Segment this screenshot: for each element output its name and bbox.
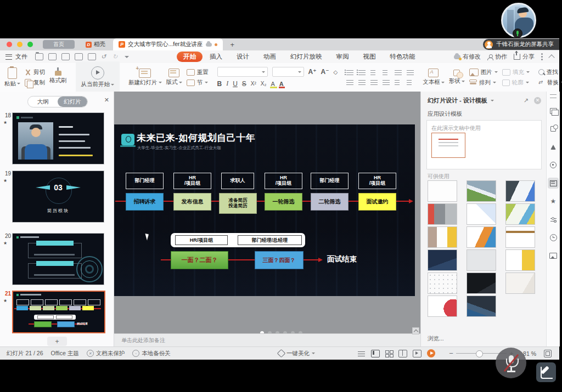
ribbon-tab-animation[interactable]: 动画 — [256, 52, 283, 62]
justify-icon[interactable] — [383, 79, 390, 86]
template-thumbnail[interactable] — [467, 226, 496, 248]
rail-design-template-icon[interactable] — [548, 178, 559, 189]
theme-name[interactable]: Office 主题 — [51, 350, 79, 357]
rail-resource-icon[interactable] — [548, 141, 559, 152]
edit-mode-floating-button[interactable] — [536, 362, 556, 382]
rail-export-image-icon[interactable] — [548, 250, 559, 261]
tab-document-active[interactable]: P 交大城市学院心...fer就业讲座 — [113, 38, 223, 50]
paragraph-spacing-icon[interactable] — [407, 70, 414, 76]
rail-settings-sliders-icon[interactable] — [548, 214, 559, 225]
fit-slide-button[interactable] — [544, 350, 552, 357]
ribbon-tab-special[interactable]: 特色功能 — [383, 52, 423, 62]
layout-button[interactable]: 版式 — [166, 63, 182, 92]
slide-subtitle[interactable]: 大学生-毕业生-实习生-企业正式员工-行业大咖 — [137, 145, 221, 151]
print-icon[interactable] — [75, 53, 83, 60]
line-spacing-icon[interactable] — [395, 70, 402, 76]
used-template-thumbnail[interactable] — [431, 133, 465, 158]
arrange-button[interactable]: 排列 — [469, 79, 498, 87]
rail-shapes-panel-icon[interactable] — [548, 123, 559, 134]
panel-expand-icon[interactable]: ↗ — [524, 97, 529, 104]
normal-view-icon[interactable] — [371, 350, 380, 357]
rail-effects-icon[interactable]: ★ — [548, 196, 559, 207]
template-thumbnail[interactable] — [467, 296, 496, 317]
cut-button[interactable]: 剪切 — [25, 69, 45, 76]
flow-step-box[interactable]: 面试邀约 — [358, 193, 396, 211]
format-painter-button[interactable]: 格式刷 — [49, 63, 67, 92]
print-preview-icon[interactable] — [88, 53, 96, 60]
picture-button[interactable]: 图片 — [469, 69, 498, 76]
flow-interview-1-2-box[interactable]: 一面？二面？ — [171, 251, 228, 269]
panel-close-icon[interactable]: ✕ — [534, 97, 541, 104]
redo-icon[interactable]: ↻ — [113, 54, 119, 60]
highlight-color-button[interactable]: A — [271, 81, 274, 87]
flow-role-box[interactable]: HR /项目组 — [173, 173, 211, 189]
tab-home[interactable]: 首页 — [43, 40, 75, 49]
notes-view-icon[interactable] — [358, 350, 366, 357]
flow-step-box[interactable]: 一轮筛选 — [265, 193, 302, 211]
outline-button[interactable]: 轮廓 — [502, 79, 530, 87]
collaborate-button[interactable]: 协作 — [487, 53, 507, 61]
font-size-select[interactable] — [272, 67, 304, 77]
flow-role-box[interactable]: HR /项目组 — [358, 173, 396, 189]
collapse-ribbon-icon[interactable] — [548, 54, 554, 60]
align-left-icon[interactable] — [346, 79, 353, 86]
paste-button[interactable]: 粘贴 — [4, 63, 20, 92]
decrease-font-button[interactable]: A⁻ — [321, 68, 329, 76]
close-window-button[interactable] — [7, 42, 12, 47]
ribbon-tab-home[interactable]: 开始 — [177, 52, 203, 62]
backup-status[interactable]: ◦本地备份关 — [132, 350, 171, 357]
flow-end-label[interactable]: 面试结束 — [327, 254, 357, 264]
add-slide-button[interactable]: + — [47, 337, 67, 346]
flow-role-box[interactable]: 求职人 — [221, 173, 254, 189]
slide-title[interactable]: 未来已来-如何规划自己十年 — [137, 132, 255, 144]
template-thumbnail[interactable] — [428, 249, 457, 271]
textbox-button[interactable]: 文本框 — [423, 63, 445, 92]
template-thumbnail[interactable] — [467, 180, 496, 202]
flow-role-box[interactable]: 部门经理 — [126, 173, 164, 189]
template-thumbnail[interactable] — [505, 180, 535, 202]
zoom-window-button[interactable] — [27, 42, 33, 47]
rail-history-icon[interactable] — [548, 232, 559, 243]
align-right-icon[interactable] — [370, 79, 378, 86]
template-thumbnail[interactable] — [505, 249, 535, 271]
more-options-icon[interactable] — [541, 53, 543, 60]
shapes-button[interactable]: 形状 — [449, 63, 465, 92]
ribbon-tab-review[interactable]: 审阅 — [329, 52, 356, 62]
fill-button[interactable]: 填充 — [502, 69, 530, 76]
increase-indent-icon[interactable] — [383, 70, 390, 76]
template-thumbnail[interactable] — [467, 272, 496, 294]
template-thumbnail[interactable] — [505, 203, 535, 225]
slide-editor[interactable]: 未来已来-如何规划自己十年 大学生-毕业生-实习生-企业正式员工-行业大咖 部门… — [114, 124, 415, 296]
superscript-button[interactable]: X² — [251, 81, 256, 87]
panel-title-caret-icon[interactable] — [491, 100, 494, 101]
strikethrough-button[interactable]: S — [242, 80, 246, 88]
template-thumbnail[interactable] — [428, 272, 457, 294]
template-thumbnail[interactable] — [467, 203, 496, 225]
slide-21-thumbnail-selected[interactable]: 面试结束 — [12, 291, 105, 333]
numbering-icon[interactable] — [358, 70, 366, 76]
hamburger-menu-icon[interactable] — [5, 54, 12, 60]
reset-button[interactable]: 重置 — [187, 69, 209, 76]
undo-icon[interactable]: ↺ — [101, 54, 108, 60]
share-button[interactable]: 分享 — [514, 53, 535, 61]
sidebar-close-icon[interactable]: ✕ — [104, 96, 109, 104]
font-color-button[interactable]: A — [279, 81, 284, 87]
template-thumbnail[interactable] — [428, 203, 457, 225]
reading-view-icon[interactable] — [398, 350, 407, 357]
font-name-select[interactable] — [217, 67, 268, 77]
flow-step-box[interactable]: 二轮筛选 — [311, 193, 349, 211]
flow-interview-3-4-box[interactable]: 三面？四面？ — [255, 251, 304, 269]
clear-format-button[interactable]: ◇ — [334, 69, 338, 75]
tab-slides[interactable]: 幻灯片 — [58, 96, 87, 107]
slide-18-thumbnail[interactable] — [12, 112, 104, 164]
notes-bar[interactable]: 单击此处添加备注 — [114, 333, 420, 346]
protection-status[interactable]: ✕文档未保护 — [87, 350, 125, 357]
beautify-button[interactable]: 一键美化 — [278, 350, 315, 357]
bullets-icon[interactable] — [346, 70, 353, 76]
minimize-window-button[interactable] — [17, 42, 23, 47]
template-thumbnail[interactable] — [428, 180, 457, 202]
copy-button[interactable]: 复制 — [25, 79, 45, 87]
ribbon-tab-view[interactable]: 视图 — [356, 52, 383, 62]
template-thumbnail[interactable] — [505, 226, 535, 248]
more-commands-caret-icon[interactable] — [124, 55, 128, 59]
